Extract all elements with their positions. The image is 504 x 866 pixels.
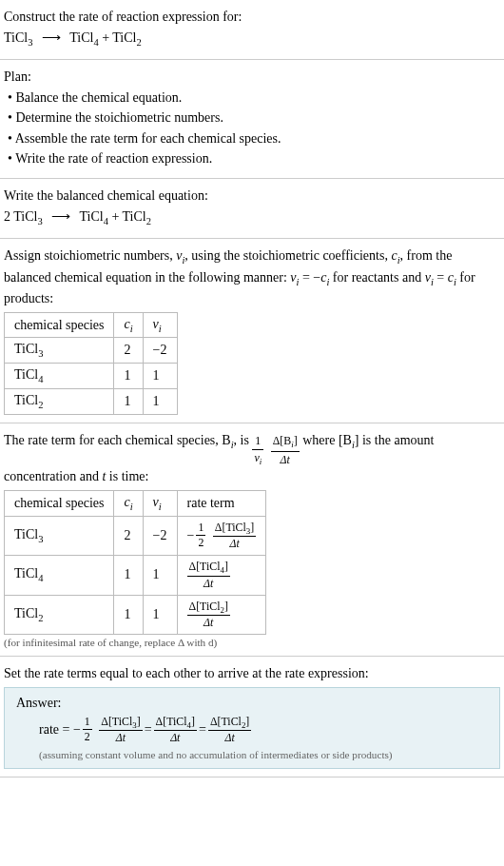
rate-expression-title: Set the rate terms equal to each other t…: [4, 664, 500, 683]
section-rate-term: The rate term for each chemical species,…: [0, 423, 504, 657]
rel-products: νi: [425, 270, 434, 285]
fraction-delta: Δ[TiCl3]Δt: [213, 521, 256, 551]
table-row: TiCl4 1 1: [5, 364, 178, 389]
cell-nu: 1: [143, 595, 177, 634]
header-species: chemical species: [5, 490, 114, 516]
cell-rate-term: Δ[TiCl4]Δt: [177, 556, 266, 595]
table-header-row: chemical species ci νi rate term: [5, 490, 266, 516]
plus-sign: +: [99, 30, 113, 45]
equals-sign: =: [145, 722, 152, 738]
header-nu: νi: [143, 312, 177, 338]
plan-bullet-1: • Balance the chemical equation.: [4, 89, 500, 108]
fraction-half: 12: [83, 715, 92, 744]
cell-species: TiCl3: [5, 338, 114, 364]
cell-species: TiCl3: [5, 516, 114, 555]
product-1: TiCl4: [79, 209, 107, 224]
cell-nu: 1: [143, 389, 177, 415]
section-construct: Construct the rate of reaction expressio…: [0, 0, 504, 60]
table-row: TiCl2 1 1: [5, 389, 178, 415]
fraction-term-3: Δ[TiCl2]Δt: [208, 715, 251, 745]
answer-box: Answer: rate = − 12 Δ[TiCl3]Δt = Δ[TiCl4…: [4, 687, 500, 769]
cell-c: 1: [114, 556, 143, 595]
table-row: TiCl3 2 −2 − 12 Δ[TiCl3]Δt: [5, 516, 266, 555]
section-plan: Plan: • Balance the chemical equation. •…: [0, 60, 504, 179]
c-i: ci: [391, 248, 399, 263]
reactant-1: TiCl3: [4, 30, 32, 45]
equals-sign: =: [199, 722, 206, 738]
construct-title: Construct the rate of reaction expressio…: [4, 8, 500, 27]
header-c: ci: [114, 490, 143, 516]
rate-prefix: rate = −: [39, 722, 81, 738]
fraction-delta: Δ[Bi]Δt: [271, 433, 300, 468]
header-rate-term: rate term: [177, 490, 266, 516]
table-row: TiCl4 1 1 Δ[TiCl4]Δt: [5, 556, 266, 595]
cell-nu: −2: [143, 338, 177, 364]
fraction-delta: Δ[TiCl4]Δt: [187, 560, 230, 590]
table-row: TiCl3 2 −2: [5, 338, 178, 364]
balanced-equation: 2 TiCl3 ⟶ TiCl4 + TiCl2: [4, 207, 500, 228]
section-stoich: Assign stoichiometric numbers, νi, using…: [0, 239, 504, 423]
nu-i: νi: [176, 248, 184, 263]
cell-rate-term: Δ[TiCl2]Δt: [177, 595, 266, 634]
cell-species: TiCl4: [5, 364, 114, 389]
stoich-table: chemical species ci νi TiCl3 2 −2 TiCl4 …: [4, 312, 178, 415]
fraction-half: 12: [196, 521, 205, 550]
fraction-term-2: Δ[TiCl4]Δt: [154, 715, 197, 745]
fraction-coef: 1νi: [252, 433, 263, 468]
cell-c: 1: [114, 364, 143, 389]
product-2: TiCl2: [123, 209, 151, 224]
plan-title: Plan:: [4, 68, 500, 87]
arrow-icon: ⟶: [42, 29, 61, 48]
table-row: TiCl2 1 1 Δ[TiCl2]Δt: [5, 595, 266, 634]
arrow-icon: ⟶: [51, 207, 70, 226]
plus-sign: +: [108, 209, 123, 224]
reactant-1: TiCl3: [13, 209, 42, 224]
stoich-intro: Assign stoichiometric numbers, νi, using…: [4, 246, 500, 308]
coefficient: 2: [4, 209, 13, 224]
infinitesimal-note: (for infinitesimal rate of change, repla…: [4, 637, 500, 648]
answer-equation: rate = − 12 Δ[TiCl3]Δt = Δ[TiCl4]Δt = Δ[…: [16, 715, 488, 745]
cell-species: TiCl4: [5, 556, 114, 595]
cell-c: 1: [114, 389, 143, 415]
cell-nu: −2: [143, 516, 177, 555]
plan-bullet-4: • Write the rate of reaction expression.: [4, 149, 500, 168]
rate-term-intro: The rate term for each chemical species,…: [4, 431, 500, 486]
answer-label: Answer:: [16, 696, 488, 711]
cell-c: 1: [114, 595, 143, 634]
cell-species: TiCl2: [5, 595, 114, 634]
section-balanced: Write the balanced chemical equation: 2 …: [0, 179, 504, 239]
cell-rate-term: − 12 Δ[TiCl3]Δt: [177, 516, 266, 555]
cell-c: 2: [114, 338, 143, 364]
cell-species: TiCl2: [5, 389, 114, 415]
rate-term-table: chemical species ci νi rate term TiCl3 2…: [4, 490, 266, 635]
section-rate-expression: Set the rate terms equal to each other t…: [0, 657, 504, 777]
plan-bullet-3: • Assemble the rate term for each chemic…: [4, 129, 500, 148]
cell-c: 2: [114, 516, 143, 555]
product-1: TiCl4: [69, 30, 98, 45]
header-c: ci: [114, 312, 143, 338]
fraction-term-1: Δ[TiCl3]Δt: [99, 715, 142, 745]
plan-bullet-2: • Determine the stoichiometric numbers.: [4, 108, 500, 128]
product-2: TiCl2: [112, 30, 141, 45]
answer-note: (assuming constant volume and no accumul…: [16, 749, 488, 760]
balanced-title: Write the balanced chemical equation:: [4, 187, 500, 206]
header-species: chemical species: [5, 312, 114, 338]
fraction-delta: Δ[TiCl2]Δt: [187, 600, 230, 630]
unbalanced-equation: TiCl3 ⟶ TiCl4 + TiCl2: [4, 29, 500, 49]
cell-nu: 1: [143, 364, 177, 389]
cell-nu: 1: [143, 556, 177, 595]
header-nu: νi: [143, 490, 177, 516]
table-header-row: chemical species ci νi: [5, 312, 178, 338]
